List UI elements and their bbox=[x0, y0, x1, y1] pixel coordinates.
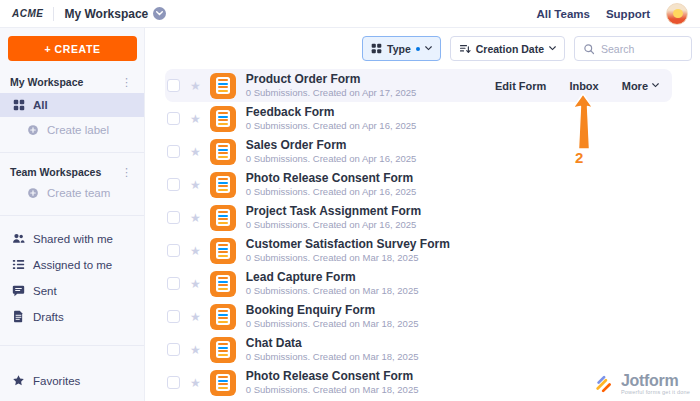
create-button[interactable]: + CREATE bbox=[8, 36, 137, 61]
favorite-star-icon[interactable]: ★ bbox=[190, 278, 201, 290]
jotform-tagline: Powerful forms get it done bbox=[621, 390, 690, 396]
users-icon bbox=[12, 232, 25, 245]
row-checkbox[interactable] bbox=[167, 343, 180, 356]
form-title[interactable]: Sales Order Form bbox=[246, 139, 417, 152]
row-checkbox[interactable] bbox=[167, 79, 180, 92]
divider bbox=[0, 215, 144, 216]
form-row[interactable]: ★ Product Order Form 0 Submissions. Crea… bbox=[165, 69, 672, 102]
all-teams-link[interactable]: All Teams bbox=[536, 8, 589, 20]
row-checkbox[interactable] bbox=[167, 310, 180, 323]
form-meta: 0 Submissions. Created on Apr 17, 2025 bbox=[246, 87, 417, 98]
row-checkbox[interactable] bbox=[167, 277, 180, 290]
sidebar-item-shared-with-me[interactable]: Shared with me bbox=[0, 226, 144, 251]
form-title[interactable]: Project Task Assignment Form bbox=[246, 205, 421, 218]
favorite-star-icon[interactable]: ★ bbox=[190, 146, 201, 158]
favorite-star-icon[interactable]: ★ bbox=[190, 377, 201, 389]
more-button[interactable]: More bbox=[622, 80, 659, 92]
form-icon bbox=[210, 304, 236, 330]
form-title[interactable]: Feedback Form bbox=[246, 106, 417, 119]
sidebar-item-label: Assigned to me bbox=[33, 259, 112, 271]
row-checkbox[interactable] bbox=[167, 376, 180, 389]
form-icon bbox=[210, 172, 236, 198]
draft-document-icon bbox=[12, 310, 25, 323]
sidebar-item-archive[interactable]: Archive bbox=[0, 394, 144, 401]
sort-icon bbox=[459, 43, 471, 55]
form-title[interactable]: Product Order Form bbox=[246, 73, 417, 86]
jotform-logo: Jotform Powerful forms get it done bbox=[594, 373, 690, 396]
sidebar-item-create-team[interactable]: Create team bbox=[0, 181, 144, 205]
search-box bbox=[574, 36, 692, 61]
form-meta: 0 Submissions. Created on Mar 18, 2025 bbox=[246, 318, 419, 329]
sidebar-item-sent[interactable]: Sent bbox=[0, 278, 144, 303]
row-actions: Edit Form Inbox More bbox=[495, 80, 672, 92]
form-title[interactable]: Lead Capture Form bbox=[246, 271, 419, 284]
acme-logo: ACME bbox=[12, 8, 43, 19]
row-checkbox[interactable] bbox=[167, 211, 180, 224]
sidebar-item-label: Shared with me bbox=[33, 233, 113, 245]
form-title[interactable]: Booking Enquiry Form bbox=[246, 304, 419, 317]
form-row[interactable]: ★ Lead Capture Form 0 Submissions. Creat… bbox=[165, 267, 672, 300]
list-check-icon bbox=[12, 258, 25, 271]
sidebar-item-label: Drafts bbox=[33, 311, 64, 323]
favorite-star-icon[interactable]: ★ bbox=[190, 80, 201, 92]
chevron-down-icon bbox=[652, 83, 659, 88]
form-list: ★ Product Order Form 0 Submissions. Crea… bbox=[145, 69, 700, 399]
chevron-down-icon bbox=[425, 46, 432, 51]
favorite-star-icon[interactable]: ★ bbox=[190, 113, 201, 125]
form-meta: 0 Submissions. Created on Mar 18, 2025 bbox=[246, 384, 419, 395]
form-icon bbox=[210, 337, 236, 363]
favorite-star-icon[interactable]: ★ bbox=[190, 311, 201, 323]
favorite-star-icon[interactable]: ★ bbox=[190, 212, 201, 224]
favorite-star-icon[interactable]: ★ bbox=[190, 344, 201, 356]
form-title[interactable]: Photo Release Consent Form bbox=[246, 370, 419, 383]
row-checkbox[interactable] bbox=[167, 244, 180, 257]
sidebar-item-create-label[interactable]: Create label bbox=[0, 118, 144, 142]
sidebar-item-label: Create label bbox=[47, 124, 109, 136]
search-input[interactable] bbox=[601, 43, 681, 55]
form-title[interactable]: Photo Release Consent Form bbox=[246, 172, 417, 185]
star-icon bbox=[12, 374, 25, 387]
form-meta: 0 Submissions. Created on Mar 18, 2025 bbox=[246, 351, 419, 362]
form-meta: 0 Submissions. Created on Mar 18, 2025 bbox=[246, 285, 419, 296]
form-row[interactable]: ★ Project Task Assignment Form 0 Submiss… bbox=[165, 201, 672, 234]
sidebar-item-drafts[interactable]: Drafts bbox=[0, 304, 144, 329]
sidebar-item-all[interactable]: All bbox=[0, 93, 144, 117]
row-checkbox[interactable] bbox=[167, 145, 180, 158]
sidebar-item-label: Favorites bbox=[33, 375, 80, 387]
team-workspaces-section-title: Team Workspaces bbox=[10, 166, 101, 178]
form-row[interactable]: ★ Sales Order Form 0 Submissions. Create… bbox=[165, 135, 672, 168]
form-row[interactable]: ★ Customer Satisfaction Survey Form 0 Su… bbox=[165, 234, 672, 267]
header-divider bbox=[53, 7, 54, 21]
kebab-menu-icon[interactable]: ⋮ bbox=[119, 77, 134, 88]
grid-icon bbox=[12, 99, 25, 112]
workspace-switcher[interactable]: My Workspace bbox=[64, 7, 166, 21]
form-icon bbox=[210, 271, 236, 297]
creation-date-sort-button[interactable]: Creation Date bbox=[450, 36, 565, 61]
sidebar-item-label: Sent bbox=[33, 285, 57, 297]
inbox-button[interactable]: Inbox bbox=[569, 80, 598, 92]
form-row[interactable]: ★ Photo Release Consent Form 0 Submissio… bbox=[165, 168, 672, 201]
row-checkbox[interactable] bbox=[167, 178, 180, 191]
jotform-logo-icon bbox=[594, 373, 616, 395]
favorite-star-icon[interactable]: ★ bbox=[190, 245, 201, 257]
more-label: More bbox=[622, 80, 648, 92]
form-title[interactable]: Customer Satisfaction Survey Form bbox=[246, 238, 450, 251]
search-icon bbox=[583, 43, 595, 55]
form-row[interactable]: ★ Feedback Form 0 Submissions. Created o… bbox=[165, 102, 672, 135]
sidebar-item-assigned-to-me[interactable]: Assigned to me bbox=[0, 252, 144, 277]
chevron-down-icon bbox=[549, 46, 556, 51]
form-title[interactable]: Chat Data bbox=[246, 337, 419, 350]
row-checkbox[interactable] bbox=[167, 112, 180, 125]
favorite-star-icon[interactable]: ★ bbox=[190, 179, 201, 191]
sidebar-item-favorites[interactable]: Favorites bbox=[0, 368, 144, 393]
type-filter-label: Type bbox=[387, 43, 411, 55]
support-link[interactable]: Support bbox=[606, 8, 650, 20]
form-icon bbox=[210, 139, 236, 165]
edit-form-button[interactable]: Edit Form bbox=[495, 80, 546, 92]
kebab-menu-icon[interactable]: ⋮ bbox=[119, 167, 134, 178]
form-row[interactable]: ★ Chat Data 0 Submissions. Created on Ma… bbox=[165, 333, 672, 366]
form-meta: 0 Submissions. Created on Apr 16, 2025 bbox=[246, 120, 417, 131]
user-avatar[interactable] bbox=[666, 3, 688, 25]
form-row[interactable]: ★ Booking Enquiry Form 0 Submissions. Cr… bbox=[165, 300, 672, 333]
type-filter-button[interactable]: Type bbox=[362, 36, 441, 61]
